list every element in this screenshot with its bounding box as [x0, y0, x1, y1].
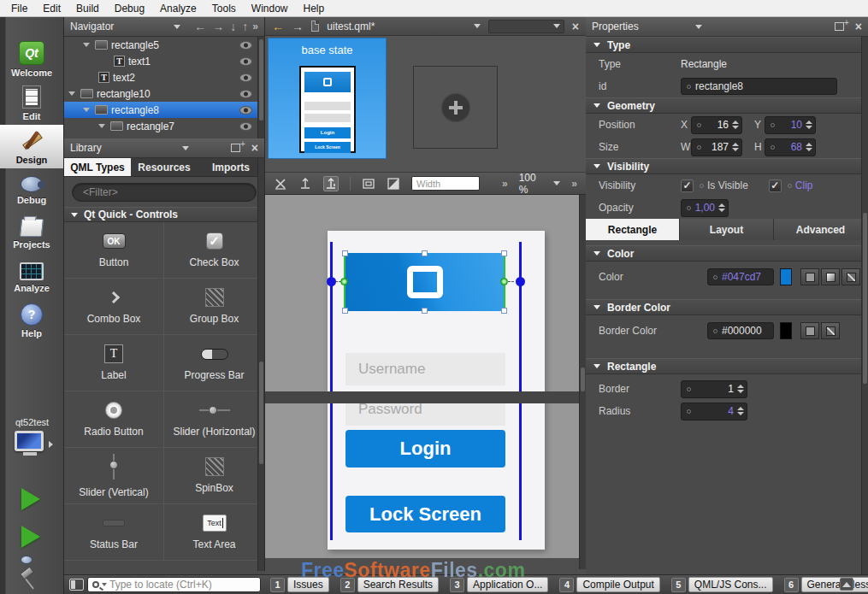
menu-item-window[interactable]: Window — [244, 1, 296, 16]
color-input[interactable]: #047cd7 — [707, 268, 774, 285]
library-item-groupbox[interactable]: Group Box — [164, 279, 264, 335]
anchor-target-right[interactable] — [516, 277, 525, 286]
border-color-input[interactable]: #000000 — [707, 322, 774, 339]
menu-item-edit[interactable]: Edit — [35, 1, 68, 16]
mode-projects[interactable]: Projects — [0, 212, 63, 256]
tree-item-rectangle7[interactable]: rectangle7 — [64, 118, 264, 134]
chevron-down-icon[interactable] — [553, 181, 560, 185]
library-item-label[interactable]: T Label — [64, 335, 164, 391]
solid-color-button[interactable] — [800, 268, 819, 285]
move-down-icon[interactable]: ↓ — [230, 20, 236, 33]
pane-issues[interactable]: 1 Issues — [270, 577, 329, 592]
locator-input[interactable] — [109, 579, 256, 591]
overflow-icon[interactable]: » — [502, 178, 508, 190]
root-item[interactable]: Username Password Login Lock Screen — [328, 231, 545, 550]
section-visibility[interactable]: Visibility — [586, 158, 868, 174]
pane-qml-js-console[interactable]: 5 QML/JS Cons... — [671, 577, 773, 592]
section-color[interactable]: Color — [586, 245, 868, 262]
border-color-swatch[interactable] — [780, 322, 792, 339]
clip-checkbox[interactable]: ✓ — [769, 179, 782, 192]
menu-item-build[interactable]: Build — [68, 1, 107, 16]
library-item-progressbar[interactable]: Progress Bar — [164, 335, 264, 391]
border-spinbox[interactable]: 1 — [681, 380, 747, 398]
pane-compile-output[interactable]: 4 Compile Output — [559, 577, 659, 592]
pane-general-messages[interactable]: 6 General Mess... — [784, 577, 868, 592]
sidebar-toggle-icon[interactable] — [69, 579, 84, 591]
lock-screen-button[interactable]: Lock Screen — [345, 496, 505, 532]
resize-handle-nw[interactable] — [342, 250, 348, 256]
resize-handle-sw[interactable] — [342, 308, 348, 314]
resize-handle-ne[interactable] — [501, 250, 507, 256]
tree-item-text1[interactable]: T text1 — [64, 53, 264, 69]
expand-icon[interactable] — [68, 91, 75, 96]
overflow-icon[interactable]: » — [252, 21, 258, 32]
opacity-spinbox[interactable]: 1,00 — [681, 199, 729, 217]
build-button[interactable] — [19, 566, 44, 591]
move-right-icon[interactable]: → — [212, 20, 224, 33]
anchor-target-left[interactable] — [327, 277, 336, 286]
menu-item-analyze[interactable]: Analyze — [152, 1, 204, 16]
section-type[interactable]: Type — [586, 37, 868, 53]
mode-analyze[interactable]: Analyze — [0, 256, 63, 299]
visibility-eye-icon[interactable] — [239, 57, 252, 66]
library-section-header[interactable]: Qt Quick - Controls — [64, 207, 264, 222]
expand-icon[interactable] — [98, 124, 105, 128]
menu-item-debug[interactable]: Debug — [107, 1, 152, 16]
mode-help[interactable]: ? Help — [0, 299, 63, 343]
form-canvas[interactable]: Username Password Login Lock Screen — [265, 195, 579, 558]
h-spinbox[interactable]: 68 — [765, 138, 816, 156]
login-button[interactable]: Login — [345, 430, 505, 468]
transparent-button[interactable] — [821, 322, 840, 339]
username-field[interactable]: Username — [345, 353, 505, 385]
split-view-icon[interactable] — [835, 22, 844, 31]
chevron-down-icon[interactable] — [182, 146, 189, 150]
resize-handle-n[interactable] — [422, 250, 428, 256]
library-item-slider-horizontal[interactable]: Slider (Horizontal) — [164, 391, 264, 448]
mode-welcome[interactable]: Qt Welcome — [0, 38, 63, 81]
y-spinbox[interactable]: 10 — [765, 116, 816, 134]
anchor-handle-left[interactable] — [340, 278, 348, 285]
pane-search-results[interactable]: 2 Search Results — [340, 577, 439, 592]
w-spinbox[interactable]: 187 — [691, 138, 742, 156]
run-button[interactable] — [21, 488, 40, 510]
color-swatch[interactable] — [780, 268, 792, 285]
tab-imports[interactable]: Imports — [198, 158, 264, 176]
snap-to-items-icon[interactable] — [323, 176, 339, 191]
chevron-down-icon[interactable] — [474, 24, 481, 28]
properties-title[interactable]: Properties — [592, 21, 639, 32]
library-item-statusbar[interactable]: Status Bar — [64, 504, 164, 561]
library-item-textarea[interactable]: Text Text Area — [164, 504, 264, 561]
anchor-handle-right[interactable] — [500, 278, 508, 285]
run-debug-button[interactable] — [21, 526, 40, 548]
tree-item-rectangle8[interactable]: rectangle8 — [64, 102, 264, 118]
mode-design[interactable]: Design — [0, 125, 63, 168]
mode-debug[interactable]: Debug — [0, 168, 63, 212]
visibility-eye-icon[interactable] — [239, 41, 252, 50]
move-left-icon[interactable]: ← — [194, 20, 206, 33]
close-document-icon[interactable]: × — [572, 21, 579, 32]
tab-qml-types[interactable]: QML Types — [64, 158, 131, 176]
resize-handle-s[interactable] — [422, 308, 428, 314]
menu-item-file[interactable]: File — [3, 1, 35, 16]
base-state-card[interactable]: base state Login Lock Screen — [268, 38, 387, 159]
tree-item-rectangle5[interactable]: rectangle5 — [64, 37, 264, 53]
chevron-down-icon[interactable] — [174, 25, 180, 29]
chevron-down-icon[interactable] — [695, 25, 702, 29]
visibility-eye-icon[interactable] — [239, 106, 252, 115]
back-icon[interactable]: ← — [272, 20, 284, 33]
open-document-name[interactable]: uitest.qml* — [327, 21, 375, 32]
properties-scrollbar[interactable] — [861, 37, 868, 574]
navigator-title[interactable]: Navigator — [70, 21, 114, 32]
symbol-combo[interactable] — [488, 20, 564, 33]
add-state-button[interactable] — [441, 93, 470, 122]
library-item-combobox[interactable]: Combo Box — [64, 279, 164, 335]
id-input[interactable]: rectangle8 — [681, 78, 837, 95]
transparent-button[interactable] — [841, 268, 860, 285]
library-title[interactable]: Library — [70, 142, 102, 154]
library-filter-input[interactable] — [72, 183, 257, 202]
no-snapping-icon[interactable] — [274, 176, 287, 191]
visibility-eye-icon[interactable] — [239, 90, 252, 98]
tree-item-text2[interactable]: T text2 — [64, 69, 264, 85]
target-device-button[interactable] — [15, 431, 45, 456]
maximize-output-icon[interactable] — [840, 578, 853, 591]
